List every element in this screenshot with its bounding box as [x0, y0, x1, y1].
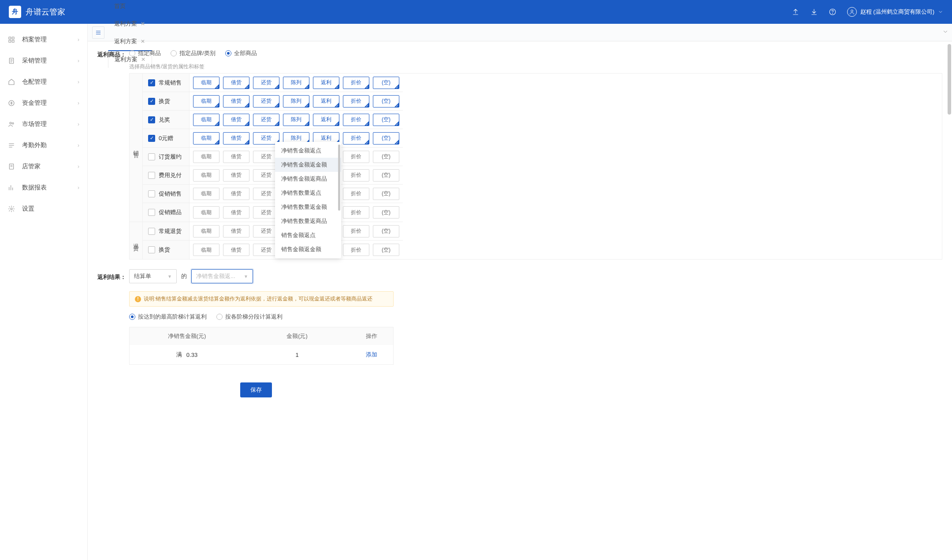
attr-tag[interactable]: 还货 [253, 95, 279, 108]
tier-col-value: 金额(元) [244, 332, 350, 340]
sidebar-item-report[interactable]: 数据报表 › [0, 177, 87, 198]
attr-tag[interactable]: 临期 [193, 188, 219, 200]
collapse-icon[interactable] [92, 26, 104, 39]
money-icon [8, 100, 16, 107]
page-scrollbar[interactable] [948, 44, 951, 115]
attr-tag[interactable]: (空) [373, 225, 399, 237]
sidebar-item-attendance[interactable]: 考勤外勤 › [0, 135, 87, 156]
calc-radio[interactable]: 按达到的最高阶梯计算返利 [129, 313, 207, 321]
row-checkbox[interactable] [148, 228, 155, 235]
close-icon[interactable]: ✕ [141, 21, 145, 27]
attr-tag[interactable]: 临期 [193, 151, 219, 163]
row-checkbox[interactable] [148, 153, 155, 160]
attr-tag[interactable]: 临期 [193, 77, 219, 89]
attr-tag[interactable]: 临期 [193, 206, 219, 219]
users-icon [8, 121, 16, 128]
dropdown-item[interactable]: 净销售数量返商品 [275, 214, 341, 228]
attr-tag[interactable]: 折价 [343, 114, 369, 126]
sidebar-item-market[interactable]: 市场管理 › [0, 114, 87, 135]
row-checkbox[interactable] [148, 246, 155, 253]
select-bill-type[interactable]: 结算单 ▼ [129, 269, 177, 283]
attr-tag[interactable]: 借货 [223, 151, 249, 163]
tier-prefix: 满 [176, 351, 182, 359]
attr-tag[interactable]: 折价 [343, 244, 369, 256]
attr-tag[interactable]: 借货 [223, 132, 249, 145]
dropdown-item[interactable]: 销售金额返点 [275, 228, 341, 242]
sidebar-item-archive[interactable]: 档案管理 › [0, 29, 87, 50]
attr-tag[interactable]: 借货 [223, 225, 249, 237]
download-icon[interactable] [810, 8, 818, 16]
attr-tag[interactable]: 陈列 [283, 95, 309, 108]
attr-tag[interactable]: (空) [373, 206, 399, 219]
goods-radio[interactable]: 指定商品 [129, 49, 161, 57]
row-checkbox[interactable] [148, 98, 155, 105]
user-menu[interactable]: 赵程 (温州鹤立商贸有限公司) [847, 7, 943, 17]
row-checkbox[interactable] [148, 116, 155, 123]
attr-tag[interactable]: 陈列 [283, 77, 309, 89]
attr-tag[interactable]: 折价 [343, 132, 369, 145]
upload-icon[interactable] [792, 8, 800, 16]
help-icon[interactable] [829, 8, 837, 16]
attr-tag[interactable]: 返利 [313, 95, 339, 108]
sidebar-item-finance[interactable]: 资金管理 › [0, 93, 87, 114]
attr-tag[interactable]: 折价 [343, 188, 369, 200]
tier-add-link[interactable]: 添加 [366, 351, 377, 358]
attr-tag[interactable]: 临期 [193, 132, 219, 145]
attr-tag[interactable]: (空) [373, 151, 399, 163]
attr-tag[interactable]: (空) [373, 114, 399, 126]
dropdown-item[interactable]: 净销售数量返点 [275, 186, 341, 200]
attr-tag[interactable]: 借货 [223, 95, 249, 108]
save-button[interactable]: 保存 [240, 382, 272, 397]
attr-tag[interactable]: 临期 [193, 244, 219, 256]
attr-tag[interactable]: (空) [373, 169, 399, 182]
attr-tag[interactable]: 折价 [343, 77, 369, 89]
row-checkbox[interactable] [148, 79, 155, 86]
row-checkbox[interactable] [148, 190, 155, 197]
attr-tag[interactable]: 临期 [193, 95, 219, 108]
attr-tag[interactable]: (空) [373, 132, 399, 145]
select-rebate-basis[interactable]: 净销售金额返... ▼ [191, 269, 253, 283]
attr-tag[interactable]: 还货 [253, 77, 279, 89]
dropdown-item[interactable]: 净销售金额返商品 [275, 172, 341, 186]
attr-tag[interactable]: 返利 [313, 114, 339, 126]
row-checkbox[interactable] [148, 209, 155, 216]
dropdown-scrollbar[interactable] [338, 145, 340, 211]
attr-tag[interactable]: 临期 [193, 169, 219, 182]
dropdown-item[interactable]: 净销售数量返金额 [275, 200, 341, 214]
goods-radio[interactable]: 全部商品 [225, 49, 257, 57]
dropdown-item[interactable]: 销售金额返金额 [275, 242, 341, 256]
row-checkbox[interactable] [148, 172, 155, 179]
attr-tag[interactable]: 折价 [343, 225, 369, 237]
sidebar-item-purchase[interactable]: 采销管理 › [0, 50, 87, 71]
attr-tag[interactable]: 借货 [223, 114, 249, 126]
tab[interactable]: 首页 [108, 0, 152, 15]
attr-tag[interactable]: (空) [373, 244, 399, 256]
attr-tag[interactable]: (空) [373, 95, 399, 108]
tab[interactable]: 返利方案✕ [108, 15, 152, 33]
attr-tag[interactable]: 借货 [223, 206, 249, 219]
attr-tag[interactable]: (空) [373, 77, 399, 89]
tabs-overflow-icon[interactable] [942, 29, 948, 36]
dropdown-item[interactable]: 净销售金额返点 [275, 144, 341, 158]
attr-tag[interactable]: 借货 [223, 169, 249, 182]
attr-tag[interactable]: 折价 [343, 206, 369, 219]
calc-radio[interactable]: 按各阶梯分段计算返利 [216, 313, 283, 321]
goods-radio[interactable]: 指定品牌/类别 [171, 49, 216, 57]
attr-tag[interactable]: 借货 [223, 77, 249, 89]
attr-tag[interactable]: 折价 [343, 169, 369, 182]
sidebar-item-store[interactable]: 店管家 › [0, 156, 87, 177]
attr-tag[interactable]: 折价 [343, 151, 369, 163]
attr-tag[interactable]: 借货 [223, 244, 249, 256]
sidebar-item-warehouse[interactable]: 仓配管理 › [0, 71, 87, 93]
attr-tag[interactable]: 借货 [223, 188, 249, 200]
row-checkbox[interactable] [148, 135, 155, 142]
dropdown-item[interactable]: 净销售金额返金额 [275, 158, 341, 172]
sidebar-item-settings[interactable]: 设置 [0, 198, 87, 219]
attr-tag[interactable]: (空) [373, 188, 399, 200]
attr-tag[interactable]: 返利 [313, 77, 339, 89]
attr-tag[interactable]: 临期 [193, 114, 219, 126]
attr-tag[interactable]: 折价 [343, 95, 369, 108]
attr-tag[interactable]: 临期 [193, 225, 219, 237]
attr-tag[interactable]: 陈列 [283, 114, 309, 126]
attr-tag[interactable]: 还货 [253, 114, 279, 126]
